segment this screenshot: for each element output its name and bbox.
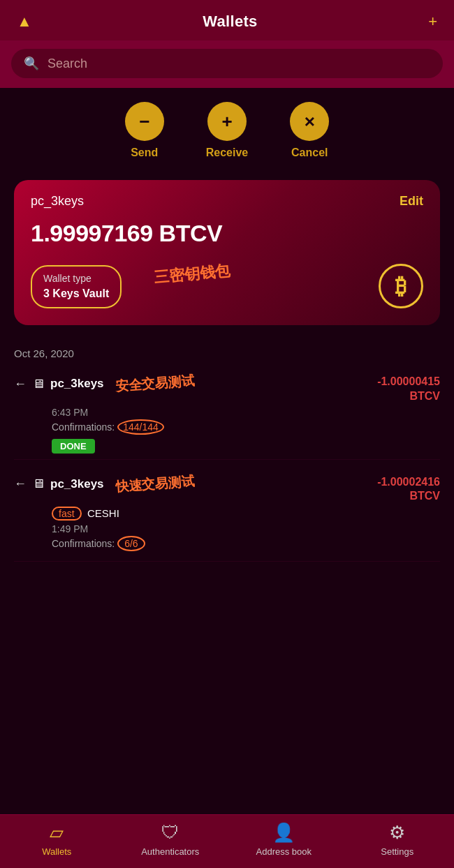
header: ▲ Wallets + [0,0,454,40]
search-input[interactable] [47,57,430,71]
receive-label: Receive [206,147,249,159]
nav-address-book[interactable]: 👤 Address book [227,822,341,857]
nav-wallets[interactable]: ▱ Wallets [0,822,114,857]
send-icon-circle: − [125,102,164,141]
tx2-note-label: CESHI [87,507,119,519]
transaction-item-2[interactable]: ← 🖥 pc_3keys 快速交易测试 -1.00002416 BTCV fas… [14,467,440,562]
action-row: − Send + Receive × Cancel [0,88,454,166]
tx-date: Oct 26, 2020 [14,339,440,366]
tx2-fast-label: fast [52,507,82,521]
tx1-status: DONE [52,439,95,454]
tx2-left: ← 🖥 pc_3keys 快速交易测试 [14,475,377,493]
receive-icon-circle: + [207,102,247,141]
tx1-wallet-icon: 🖥 [32,377,45,391]
nav-wallets-label: Wallets [42,846,71,857]
tx2-time: 1:49 PM [52,523,440,534]
card-section: pc_3keys Edit 1.99997169 BTCV Wallet typ… [0,166,454,332]
tx1-conf-value: 144/144 [117,419,164,435]
edit-button[interactable]: Edit [400,194,423,209]
btc-logo: ₿ [379,264,423,308]
tx2-confirmations: Confirmations: 6/6 [52,536,440,551]
nav-authenticators-label: Authenticators [141,846,199,857]
wallet-type-badge: Wallet type 3 Keys Vault [31,265,122,308]
authenticators-icon: 🛡 [161,822,180,844]
settings-icon: ⚙ [389,822,405,844]
tx1-header: ← 🖥 pc_3keys 安全交易测试 -1.00000415 BTCV [14,375,440,404]
wallets-icon: ▱ [50,822,64,844]
receive-button[interactable]: + Receive [206,102,249,159]
search-container: 🔍 [11,49,443,78]
nav-authenticators[interactable]: 🛡 Authenticators [114,822,228,857]
tx1-amount: -1.00000415 BTCV [377,375,440,404]
tx2-fast-label-row: fast CESHI [52,507,440,521]
cancel-icon-circle: × [290,102,329,141]
btc-symbol: ₿ [395,274,407,299]
add-wallet-icon[interactable]: + [428,13,437,31]
wallet-type-value: 3 Keys Vault [43,286,109,301]
nav-settings[interactable]: ⚙ Settings [341,822,455,857]
tx2-arrow: ← [14,477,27,491]
cancel-button[interactable]: × Cancel [290,102,329,159]
tx1-wallet-name: pc_3keys [50,377,104,391]
nav-settings-label: Settings [381,846,413,857]
search-icon: 🔍 [24,56,39,71]
tx2-header: ← 🖥 pc_3keys 快速交易测试 -1.00002416 BTCV [14,475,440,504]
tx1-arrow: ← [14,377,27,391]
wallet-name: pc_3keys [31,194,84,209]
page-title: Wallets [203,13,257,31]
cancel-label: Cancel [291,147,328,159]
tx2-wallet-icon: 🖥 [32,477,45,491]
bottom-nav: ▱ Wallets 🛡 Authenticators 👤 Address boo… [0,814,454,868]
tx1-left: ← 🖥 pc_3keys 安全交易测试 [14,375,377,393]
address-book-icon: 👤 [272,822,295,844]
search-bar: 🔍 [0,40,454,88]
transaction-item-1[interactable]: ← 🖥 pc_3keys 安全交易测试 -1.00000415 BTCV 6:4… [14,366,440,460]
tx2-amount: -1.00002416 BTCV [377,475,440,504]
nav-address-book-label: Address book [256,846,312,857]
tx1-annotation: 安全交易测试 [115,372,196,396]
send-label: Send [131,147,158,159]
tx1-confirmations: Confirmations: 144/144 [52,419,440,435]
tx2-conf-value: 6/6 [117,536,145,551]
card-top: pc_3keys Edit [31,194,423,209]
card-bottom: Wallet type 3 Keys Vault ₿ [31,264,423,308]
send-button[interactable]: − Send [125,102,164,159]
wallet-balance: 1.99997169 BTCV [31,220,423,247]
transaction-section: Oct 26, 2020 ← 🖥 pc_3keys 安全交易测试 -1.0000… [0,332,454,569]
tx2-annotation: 快速交易测试 [115,472,196,496]
wallet-card[interactable]: pc_3keys Edit 1.99997169 BTCV Wallet typ… [14,180,440,325]
tx1-time: 6:43 PM [52,407,440,418]
wallet-type-label: Wallet type [43,272,109,286]
filter-icon[interactable]: ▲ [17,13,32,31]
tx2-wallet-name: pc_3keys [50,477,104,491]
